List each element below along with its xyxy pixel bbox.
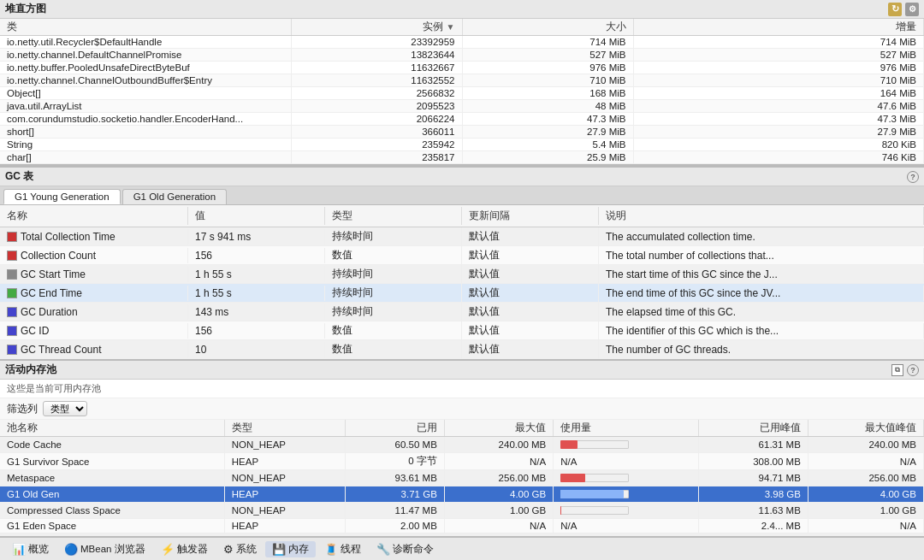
gc-color-swatch bbox=[7, 307, 17, 317]
gc-cell-value: 156 bbox=[188, 248, 325, 263]
heap-row[interactable]: com.corundumstudio.socketio.handler.Enco… bbox=[0, 113, 924, 126]
nav-diag[interactable]: 🔧 诊断命令 bbox=[370, 541, 441, 557]
heap-row[interactable]: io.netty.channel.DefaultChannelPromise 1… bbox=[0, 49, 924, 62]
col-class[interactable]: 类 bbox=[0, 19, 291, 36]
nav-triggers-label: 触发器 bbox=[177, 543, 208, 556]
pool-cell-peak-used: 94.71 MB bbox=[699, 470, 808, 486]
gc-row[interactable]: GC Start Time 1 h 55 s 持续时间 默认值 The star… bbox=[0, 265, 924, 284]
pool-cell-name: Metaspace bbox=[0, 470, 224, 486]
pool-row[interactable]: G1 Old Gen HEAP 3.71 GB 4.00 GB 3.98 GB … bbox=[0, 486, 924, 503]
pool-row[interactable]: G1 Survivor Space HEAP 0 字节 N/A N/A 308.… bbox=[0, 453, 924, 470]
pool-row[interactable]: Compressed Class Space NON_HEAP 11.47 MB… bbox=[0, 503, 924, 519]
pool-cell-usage bbox=[554, 503, 699, 519]
usage-bar bbox=[560, 504, 629, 516]
nav-diag-label: 诊断命令 bbox=[393, 543, 434, 556]
heap-row[interactable]: io.netty.util.Recycler$DefaultHandle 233… bbox=[0, 36, 924, 49]
gc-color-swatch bbox=[7, 288, 17, 298]
tab-g1-young[interactable]: G1 Young Generation bbox=[3, 189, 121, 204]
heap-row[interactable]: short[] 366011 27.9 MiB 27.9 MiB bbox=[0, 126, 924, 139]
pool-section: 活动内存池 ⧉ ? 这些是当前可用内存池 筛选列 类型 池名称 类型 已用 最大… bbox=[0, 359, 924, 533]
heap-cell-class: char[] bbox=[0, 151, 291, 164]
heap-cell-class: short[] bbox=[0, 126, 291, 139]
copy-icon[interactable]: ⧉ bbox=[891, 364, 903, 376]
pool-row[interactable]: Code Cache NON_HEAP 60.50 MB 240.00 MB 6… bbox=[0, 437, 924, 453]
gc-cell-desc: The start time of this GC since the J... bbox=[599, 267, 924, 282]
pool-title: 活动内存池 bbox=[5, 363, 56, 377]
col-delta[interactable]: 增量 bbox=[633, 19, 924, 36]
gc-cell-desc: The identifier of this GC which is the..… bbox=[599, 323, 924, 339]
usage-text: N/A bbox=[560, 457, 577, 467]
nav-overview[interactable]: 📊 概览 bbox=[5, 541, 56, 557]
gc-cell-desc: The total number of collections that... bbox=[599, 248, 924, 263]
gc-cell-interval: 默认值 bbox=[462, 227, 599, 245]
heap-cell-instances: 2095523 bbox=[291, 100, 462, 113]
pool-col-peak-max[interactable]: 最大值峰值 bbox=[808, 420, 923, 437]
refresh-icon[interactable]: ↻ bbox=[888, 3, 902, 16]
nav-triggers[interactable]: ⚡ 触发器 bbox=[154, 541, 215, 557]
gc-header: GC 表 ? bbox=[0, 166, 924, 186]
filter-select[interactable]: 类型 bbox=[43, 401, 87, 416]
heap-cell-class: io.netty.util.Recycler$DefaultHandle bbox=[0, 36, 291, 49]
heap-row[interactable]: Object[] 2566832 168 MiB 164 MiB bbox=[0, 87, 924, 100]
pool-cell-used: 93.61 MB bbox=[345, 470, 444, 486]
heap-row[interactable]: String 235942 5.4 MiB 820 KiB bbox=[0, 139, 924, 151]
gc-cell-interval: 默认值 bbox=[462, 340, 599, 358]
gc-row[interactable]: GC ID 156 数值 默认值 The identifier of this … bbox=[0, 321, 924, 340]
gc-cell-name: GC Start Time bbox=[0, 267, 188, 282]
gc-cell-type: 持续时间 bbox=[325, 227, 462, 245]
nav-memory[interactable]: 💾 内存 bbox=[265, 541, 316, 557]
gc-row[interactable]: GC Duration 143 ms 持续时间 默认值 The elapsed … bbox=[0, 303, 924, 321]
heap-histogram-section: 堆直方图 ↻ ⚙ 类 实例 ▼ 大小 增量 io.netty.util.Recy… bbox=[0, 0, 924, 166]
pool-cell-type: NON_HEAP bbox=[224, 470, 345, 486]
heap-cell-class: io.netty.channel.DefaultChannelPromise bbox=[0, 49, 291, 62]
gc-color-swatch bbox=[7, 326, 17, 336]
pool-col-max[interactable]: 最大值 bbox=[444, 420, 553, 437]
heap-cell-instances: 235817 bbox=[291, 151, 462, 164]
gc-col-name: 名称 bbox=[0, 207, 188, 225]
nav-system[interactable]: ⚙ 系统 bbox=[216, 541, 264, 557]
heap-cell-instances: 11632667 bbox=[291, 62, 462, 74]
usage-bar bbox=[560, 488, 629, 500]
gc-title: GC 表 bbox=[5, 169, 33, 184]
pool-help-icon[interactable]: ? bbox=[907, 364, 919, 376]
gc-cell-desc: The accumulated collection time. bbox=[599, 229, 924, 245]
heap-row[interactable]: io.netty.buffer.PooledUnsafeDirectByteBu… bbox=[0, 62, 924, 74]
gc-help-icon[interactable]: ? bbox=[907, 171, 919, 183]
nav-overview-label: 概览 bbox=[28, 543, 49, 556]
gc-cell-value: 1 h 55 s bbox=[188, 267, 325, 282]
nav-mbean[interactable]: 🔵 MBean 浏览器 bbox=[57, 541, 152, 557]
pool-col-usage[interactable]: 使用量 bbox=[554, 420, 699, 437]
heap-cell-class: Object[] bbox=[0, 87, 291, 100]
pool-row[interactable]: G1 Eden Space HEAP 2.00 MB N/A N/A 2.4..… bbox=[0, 519, 924, 533]
heap-cell-class: com.corundumstudio.socketio.handler.Enco… bbox=[0, 113, 291, 126]
col-size[interactable]: 大小 bbox=[462, 19, 633, 36]
pool-cell-peak-max: N/A bbox=[808, 453, 923, 470]
heap-row[interactable]: io.netty.channel.ChannelOutboundBuffer$E… bbox=[0, 74, 924, 87]
heap-cell-size: 25.9 MiB bbox=[462, 151, 633, 164]
gc-cell-value: 1 h 55 s bbox=[188, 286, 325, 301]
pool-col-type[interactable]: 类型 bbox=[224, 420, 345, 437]
heap-histogram-icons: ↻ ⚙ bbox=[888, 3, 919, 16]
col-instances[interactable]: 实例 ▼ bbox=[291, 19, 462, 36]
gc-row[interactable]: Collection Count 156 数值 默认值 The total nu… bbox=[0, 246, 924, 265]
gc-row[interactable]: GC End Time 1 h 55 s 持续时间 默认值 The end ti… bbox=[0, 284, 924, 303]
settings-icon[interactable]: ⚙ bbox=[905, 3, 919, 16]
gc-row[interactable]: GC Thread Count 10 数值 默认值 The number of … bbox=[0, 340, 924, 359]
gc-row[interactable]: Total Collection Time 17 s 941 ms 持续时间 默… bbox=[0, 227, 924, 246]
tab-g1-old[interactable]: G1 Old Generation bbox=[122, 189, 228, 204]
pool-cell-max: 240.00 MB bbox=[444, 437, 553, 453]
heap-row[interactable]: java.util.ArrayList 2095523 48 MiB 47.6 … bbox=[0, 100, 924, 113]
heap-cell-instances: 2566832 bbox=[291, 87, 462, 100]
pool-row[interactable]: Metaspace NON_HEAP 93.61 MB 256.00 MB 94… bbox=[0, 470, 924, 486]
pool-cell-peak-used: 308.00 MB bbox=[699, 453, 808, 470]
nav-system-label: 系统 bbox=[236, 543, 257, 556]
gc-cell-name: GC ID bbox=[0, 323, 188, 339]
pool-cell-type: HEAP bbox=[224, 519, 345, 533]
pool-col-used[interactable]: 已用 bbox=[345, 420, 444, 437]
pool-col-peak-used[interactable]: 已用峰值 bbox=[699, 420, 808, 437]
heap-row[interactable]: char[] 235817 25.9 MiB 746 KiB bbox=[0, 151, 924, 164]
pool-description: 这些是当前可用内存池 bbox=[0, 380, 924, 398]
nav-threads[interactable]: 🧵 线程 bbox=[317, 541, 368, 557]
gc-cell-interval: 默认值 bbox=[462, 303, 599, 321]
pool-col-name[interactable]: 池名称 bbox=[0, 420, 224, 437]
